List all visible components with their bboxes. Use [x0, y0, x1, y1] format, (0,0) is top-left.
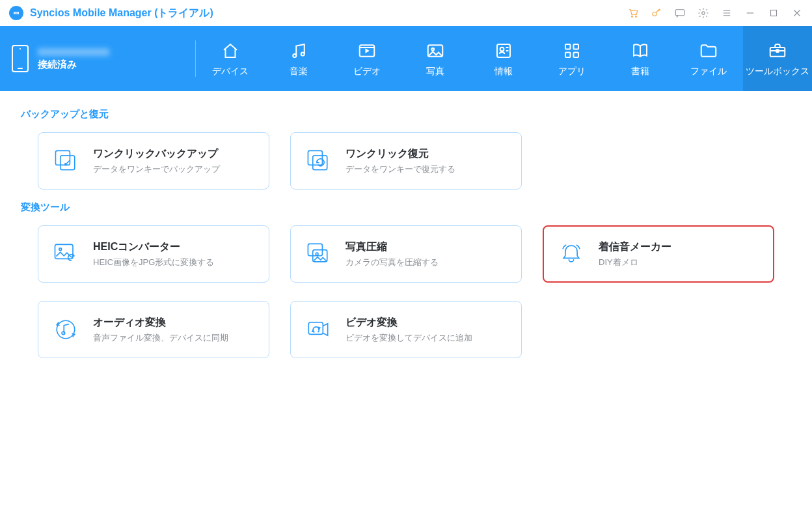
titlebar-actions	[627, 7, 803, 19]
card-title: ワンクリック復元	[345, 147, 455, 161]
card-ringtone-maker[interactable]: 着信音メーカー DIY着メロ	[543, 225, 774, 283]
card-heic-converter[interactable]: HEICコンバーター HEIC画像をJPG形式に変換する	[38, 225, 269, 283]
svg-rect-14	[574, 44, 579, 49]
tab-device[interactable]: デバイス	[196, 26, 264, 91]
card-desc: DIY着メロ	[599, 257, 671, 268]
card-title: ワンクリックバックアップ	[93, 147, 220, 161]
svg-rect-16	[574, 52, 579, 57]
svg-point-27	[316, 253, 318, 255]
navbar: XXXXXXXXXXX 接続済み デバイス 音楽 ビデオ 写真 情報 アプリ	[0, 26, 812, 91]
tab-files[interactable]: ファイル	[675, 26, 743, 91]
card-video-convert[interactable]: ビデオ変換 ビデオを変換してデバイスに追加	[290, 301, 522, 358]
tab-music[interactable]: 音楽	[264, 26, 332, 91]
titlebar: Syncios Mobile Manager (トライアル)	[0, 0, 812, 26]
card-desc: データをワンキーでバックアップ	[93, 163, 220, 175]
heic-icon	[50, 238, 81, 270]
card-title: オーディオ変換	[93, 316, 228, 330]
tab-toolbox[interactable]: ツールボックス	[743, 26, 812, 91]
svg-point-2	[653, 12, 656, 16]
svg-point-28	[57, 320, 75, 339]
menu-icon[interactable]	[721, 7, 733, 19]
bell-icon	[556, 238, 587, 270]
svg-point-24	[59, 248, 62, 251]
svg-rect-30	[308, 322, 323, 334]
tab-label: 情報	[492, 66, 515, 76]
card-desc: カメラの写真を圧縮する	[345, 257, 439, 268]
svg-point-0	[632, 16, 633, 17]
device-name: XXXXXXXXXXX	[38, 46, 109, 57]
minimize-icon[interactable]	[744, 7, 756, 19]
tab-label: 書籍	[629, 66, 652, 76]
tab-photo[interactable]: 写真	[401, 26, 469, 91]
card-title: 着信音メーカー	[599, 240, 671, 254]
tab-apps[interactable]: アプリ	[538, 26, 606, 91]
card-title: HEICコンバーター	[93, 240, 214, 254]
tab-video[interactable]: ビデオ	[332, 26, 401, 91]
svg-rect-13	[565, 44, 571, 49]
tab-books[interactable]: 書籍	[606, 26, 675, 91]
app-logo-icon	[9, 6, 23, 20]
audio-convert-icon	[50, 314, 81, 345]
svg-rect-15	[565, 52, 571, 57]
tab-label: 音楽	[287, 66, 310, 76]
card-one-click-restore[interactable]: ワンクリック復元 データをワンキーで復元する	[290, 132, 522, 190]
phone-icon	[12, 45, 29, 72]
card-desc: 音声ファイル変換、デバイスに同期	[93, 332, 228, 344]
close-icon[interactable]	[791, 7, 803, 19]
compress-icon	[303, 238, 334, 270]
tab-label: ビデオ	[351, 66, 383, 76]
card-one-click-backup[interactable]: ワンクリックバックアップ データをワンキーでバックアップ	[38, 132, 269, 190]
feedback-icon[interactable]	[674, 7, 686, 19]
restore-icon	[303, 145, 334, 176]
app-title: Syncios Mobile Manager (トライアル)	[30, 7, 213, 20]
card-title: 写真圧縮	[345, 240, 439, 254]
svg-rect-3	[675, 10, 684, 16]
svg-point-12	[500, 48, 504, 51]
card-title: ビデオ変換	[345, 316, 472, 330]
svg-point-10	[431, 48, 434, 51]
svg-point-1	[636, 16, 637, 17]
section-convert-title: 変換ツール	[21, 201, 792, 214]
svg-point-7	[301, 52, 304, 55]
svg-rect-5	[771, 10, 777, 16]
tab-label: アプリ	[556, 66, 588, 76]
backup-icon	[50, 145, 81, 176]
cart-icon[interactable]	[627, 7, 639, 19]
content: バックアップと復元 ワンクリックバックアップ データをワンキーでバックアップ ワ…	[0, 91, 812, 384]
tab-label: デバイス	[210, 66, 251, 76]
svg-rect-21	[308, 150, 322, 165]
section-backup-title: バックアップと復元	[21, 108, 792, 120]
tab-label: ファイル	[688, 66, 729, 76]
card-photo-compress[interactable]: 写真圧縮 カメラの写真を圧縮する	[290, 225, 522, 283]
device-status: 接続済み	[38, 59, 109, 71]
card-audio-convert[interactable]: オーディオ変換 音声ファイル変換、デバイスに同期	[38, 301, 269, 358]
svg-point-6	[293, 54, 296, 57]
maximize-icon[interactable]	[768, 7, 779, 19]
device-block[interactable]: XXXXXXXXXXX 接続済み	[0, 26, 195, 91]
video-convert-icon	[303, 314, 334, 345]
card-desc: HEIC画像をJPG形式に変換する	[93, 257, 214, 268]
svg-point-29	[62, 331, 65, 335]
tab-info[interactable]: 情報	[470, 26, 538, 91]
svg-point-4	[702, 12, 705, 15]
card-desc: データをワンキーで復元する	[345, 163, 455, 175]
card-desc: ビデオを変換してデバイスに追加	[345, 332, 472, 344]
svg-rect-22	[313, 156, 327, 170]
settings-icon[interactable]	[697, 7, 709, 19]
tab-label: 写真	[424, 66, 447, 76]
tab-label: ツールボックス	[743, 66, 812, 76]
key-icon[interactable]	[651, 7, 662, 19]
